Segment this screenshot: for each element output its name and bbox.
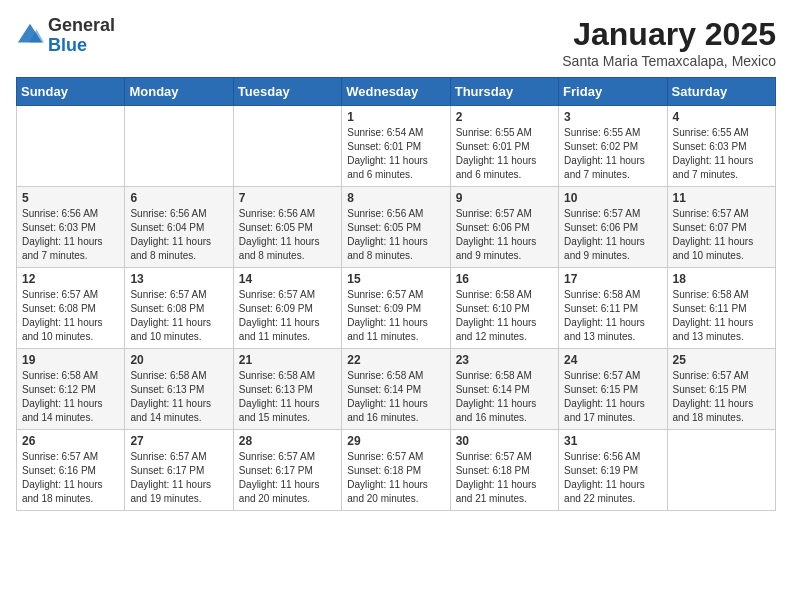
- sunrise-text: Sunrise: 6:57 AM: [130, 451, 206, 462]
- calendar-cell: 31Sunrise: 6:56 AMSunset: 6:19 PMDayligh…: [559, 430, 667, 511]
- sunset-text: Sunset: 6:03 PM: [22, 222, 96, 233]
- sunrise-text: Sunrise: 6:55 AM: [456, 127, 532, 138]
- daylight-text: Daylight: 11 hours and 11 minutes.: [347, 317, 428, 342]
- day-number: 2: [456, 110, 553, 124]
- daylight-text: Daylight: 11 hours and 9 minutes.: [564, 236, 645, 261]
- calendar-cell: 13Sunrise: 6:57 AMSunset: 6:08 PMDayligh…: [125, 268, 233, 349]
- sunset-text: Sunset: 6:18 PM: [456, 465, 530, 476]
- day-info: Sunrise: 6:58 AMSunset: 6:12 PMDaylight:…: [22, 369, 119, 425]
- sunset-text: Sunset: 6:13 PM: [239, 384, 313, 395]
- day-info: Sunrise: 6:54 AMSunset: 6:01 PMDaylight:…: [347, 126, 444, 182]
- sunset-text: Sunset: 6:17 PM: [130, 465, 204, 476]
- logo-blue-text: Blue: [48, 35, 87, 55]
- day-info: Sunrise: 6:56 AMSunset: 6:05 PMDaylight:…: [239, 207, 336, 263]
- sunrise-text: Sunrise: 6:56 AM: [564, 451, 640, 462]
- day-info: Sunrise: 6:57 AMSunset: 6:06 PMDaylight:…: [456, 207, 553, 263]
- daylight-text: Daylight: 11 hours and 6 minutes.: [456, 155, 537, 180]
- day-info: Sunrise: 6:57 AMSunset: 6:07 PMDaylight:…: [673, 207, 770, 263]
- calendar-cell: 21Sunrise: 6:58 AMSunset: 6:13 PMDayligh…: [233, 349, 341, 430]
- day-info: Sunrise: 6:57 AMSunset: 6:18 PMDaylight:…: [347, 450, 444, 506]
- calendar-cell: 15Sunrise: 6:57 AMSunset: 6:09 PMDayligh…: [342, 268, 450, 349]
- daylight-text: Daylight: 11 hours and 8 minutes.: [239, 236, 320, 261]
- sunrise-text: Sunrise: 6:58 AM: [22, 370, 98, 381]
- calendar-cell: 2Sunrise: 6:55 AMSunset: 6:01 PMDaylight…: [450, 106, 558, 187]
- daylight-text: Daylight: 11 hours and 13 minutes.: [673, 317, 754, 342]
- sunrise-text: Sunrise: 6:56 AM: [347, 208, 423, 219]
- day-info: Sunrise: 6:57 AMSunset: 6:17 PMDaylight:…: [130, 450, 227, 506]
- sunrise-text: Sunrise: 6:57 AM: [239, 289, 315, 300]
- sunrise-text: Sunrise: 6:58 AM: [564, 289, 640, 300]
- location-text: Santa Maria Temaxcalapa, Mexico: [562, 53, 776, 69]
- weekday-header-tuesday: Tuesday: [233, 78, 341, 106]
- day-number: 23: [456, 353, 553, 367]
- calendar-cell: [125, 106, 233, 187]
- day-number: 30: [456, 434, 553, 448]
- daylight-text: Daylight: 11 hours and 16 minutes.: [347, 398, 428, 423]
- calendar-cell: 17Sunrise: 6:58 AMSunset: 6:11 PMDayligh…: [559, 268, 667, 349]
- daylight-text: Daylight: 11 hours and 10 minutes.: [22, 317, 103, 342]
- day-number: 6: [130, 191, 227, 205]
- calendar-week-row: 1Sunrise: 6:54 AMSunset: 6:01 PMDaylight…: [17, 106, 776, 187]
- sunrise-text: Sunrise: 6:57 AM: [347, 451, 423, 462]
- logo-icon: [16, 22, 44, 50]
- sunrise-text: Sunrise: 6:58 AM: [456, 289, 532, 300]
- sunrise-text: Sunrise: 6:57 AM: [130, 289, 206, 300]
- sunrise-text: Sunrise: 6:57 AM: [22, 289, 98, 300]
- sunset-text: Sunset: 6:10 PM: [456, 303, 530, 314]
- sunset-text: Sunset: 6:04 PM: [130, 222, 204, 233]
- calendar-cell: 6Sunrise: 6:56 AMSunset: 6:04 PMDaylight…: [125, 187, 233, 268]
- weekday-header-row: SundayMondayTuesdayWednesdayThursdayFrid…: [17, 78, 776, 106]
- daylight-text: Daylight: 11 hours and 13 minutes.: [564, 317, 645, 342]
- calendar-cell: 9Sunrise: 6:57 AMSunset: 6:06 PMDaylight…: [450, 187, 558, 268]
- daylight-text: Daylight: 11 hours and 7 minutes.: [22, 236, 103, 261]
- calendar-cell: 23Sunrise: 6:58 AMSunset: 6:14 PMDayligh…: [450, 349, 558, 430]
- daylight-text: Daylight: 11 hours and 17 minutes.: [564, 398, 645, 423]
- sunset-text: Sunset: 6:06 PM: [456, 222, 530, 233]
- day-info: Sunrise: 6:56 AMSunset: 6:19 PMDaylight:…: [564, 450, 661, 506]
- sunset-text: Sunset: 6:15 PM: [673, 384, 747, 395]
- daylight-text: Daylight: 11 hours and 12 minutes.: [456, 317, 537, 342]
- sunset-text: Sunset: 6:03 PM: [673, 141, 747, 152]
- day-number: 15: [347, 272, 444, 286]
- calendar-cell: [17, 106, 125, 187]
- daylight-text: Daylight: 11 hours and 14 minutes.: [130, 398, 211, 423]
- sunrise-text: Sunrise: 6:57 AM: [564, 208, 640, 219]
- calendar-cell: 19Sunrise: 6:58 AMSunset: 6:12 PMDayligh…: [17, 349, 125, 430]
- sunset-text: Sunset: 6:07 PM: [673, 222, 747, 233]
- weekday-header-friday: Friday: [559, 78, 667, 106]
- day-number: 17: [564, 272, 661, 286]
- calendar-cell: 3Sunrise: 6:55 AMSunset: 6:02 PMDaylight…: [559, 106, 667, 187]
- daylight-text: Daylight: 11 hours and 21 minutes.: [456, 479, 537, 504]
- calendar-cell: 8Sunrise: 6:56 AMSunset: 6:05 PMDaylight…: [342, 187, 450, 268]
- day-info: Sunrise: 6:57 AMSunset: 6:16 PMDaylight:…: [22, 450, 119, 506]
- day-info: Sunrise: 6:57 AMSunset: 6:18 PMDaylight:…: [456, 450, 553, 506]
- day-number: 12: [22, 272, 119, 286]
- calendar-cell: 11Sunrise: 6:57 AMSunset: 6:07 PMDayligh…: [667, 187, 775, 268]
- calendar-cell: 16Sunrise: 6:58 AMSunset: 6:10 PMDayligh…: [450, 268, 558, 349]
- weekday-header-wednesday: Wednesday: [342, 78, 450, 106]
- page-header: General Blue January 2025 Santa Maria Te…: [16, 16, 776, 69]
- daylight-text: Daylight: 11 hours and 22 minutes.: [564, 479, 645, 504]
- sunset-text: Sunset: 6:18 PM: [347, 465, 421, 476]
- day-info: Sunrise: 6:55 AMSunset: 6:03 PMDaylight:…: [673, 126, 770, 182]
- calendar-cell: 1Sunrise: 6:54 AMSunset: 6:01 PMDaylight…: [342, 106, 450, 187]
- daylight-text: Daylight: 11 hours and 8 minutes.: [130, 236, 211, 261]
- calendar-cell: 29Sunrise: 6:57 AMSunset: 6:18 PMDayligh…: [342, 430, 450, 511]
- calendar-cell: 30Sunrise: 6:57 AMSunset: 6:18 PMDayligh…: [450, 430, 558, 511]
- calendar-cell: 20Sunrise: 6:58 AMSunset: 6:13 PMDayligh…: [125, 349, 233, 430]
- day-info: Sunrise: 6:58 AMSunset: 6:13 PMDaylight:…: [239, 369, 336, 425]
- day-number: 20: [130, 353, 227, 367]
- day-number: 4: [673, 110, 770, 124]
- day-number: 28: [239, 434, 336, 448]
- sunrise-text: Sunrise: 6:56 AM: [130, 208, 206, 219]
- day-number: 27: [130, 434, 227, 448]
- logo-general-text: General: [48, 15, 115, 35]
- daylight-text: Daylight: 11 hours and 10 minutes.: [673, 236, 754, 261]
- logo: General Blue: [16, 16, 115, 56]
- day-info: Sunrise: 6:57 AMSunset: 6:17 PMDaylight:…: [239, 450, 336, 506]
- daylight-text: Daylight: 11 hours and 7 minutes.: [673, 155, 754, 180]
- sunset-text: Sunset: 6:08 PM: [22, 303, 96, 314]
- day-number: 24: [564, 353, 661, 367]
- sunrise-text: Sunrise: 6:58 AM: [347, 370, 423, 381]
- day-number: 9: [456, 191, 553, 205]
